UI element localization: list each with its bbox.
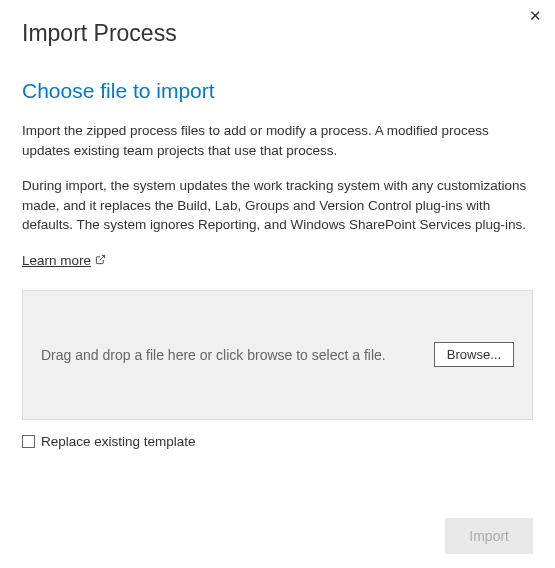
- browse-button[interactable]: Browse...: [434, 342, 514, 367]
- description-paragraph-1: Import the zipped process files to add o…: [22, 121, 533, 160]
- replace-template-label: Replace existing template: [41, 434, 196, 449]
- replace-template-checkbox[interactable]: [22, 435, 35, 448]
- dropzone-instruction: Drag and drop a file here or click brows…: [41, 347, 434, 363]
- external-link-icon: [95, 254, 106, 267]
- import-button[interactable]: Import: [445, 518, 533, 554]
- section-heading: Choose file to import: [22, 79, 533, 103]
- learn-more-link[interactable]: Learn more: [22, 253, 106, 268]
- description-paragraph-2: During import, the system updates the wo…: [22, 176, 533, 235]
- dialog-title: Import Process: [22, 20, 533, 47]
- file-dropzone[interactable]: Drag and drop a file here or click brows…: [22, 290, 533, 420]
- dialog-footer: Import: [445, 518, 533, 554]
- replace-template-row: Replace existing template: [22, 434, 533, 449]
- dialog-content: Import Process Choose file to import Imp…: [0, 0, 555, 469]
- close-icon: ✕: [529, 7, 542, 25]
- svg-line-0: [100, 255, 105, 260]
- close-button[interactable]: ✕: [527, 8, 543, 24]
- learn-more-text: Learn more: [22, 253, 91, 268]
